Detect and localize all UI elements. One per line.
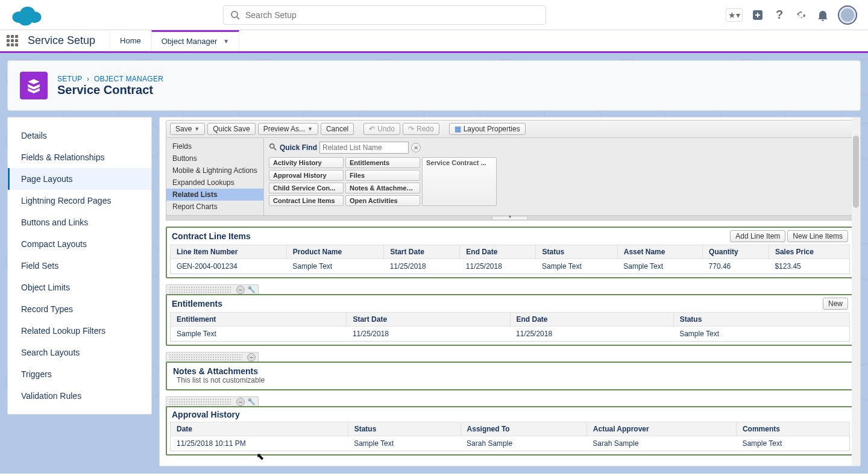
breadcrumb-setup[interactable]: SETUP	[57, 75, 82, 83]
rl-ent-table: Entitlement Start Date End Date Status S…	[170, 312, 850, 342]
rl-approval: – 🔧 Approval History Date Status Assigne…	[166, 396, 854, 456]
sidebar-item-record-types[interactable]: Record Types	[8, 298, 151, 320]
undo-icon: ↶	[369, 125, 375, 133]
chevron-down-icon: ▼	[223, 38, 229, 45]
layout-editor: Save▼ Quick Save Preview As...▼ Cancel ↶…	[159, 117, 861, 466]
rl-notes-sub: This list is not customizable	[177, 376, 847, 384]
global-header: ★▾ ?	[0, 0, 868, 30]
remove-icon[interactable]: –	[247, 353, 256, 362]
gear-icon[interactable]	[794, 8, 808, 22]
avatar[interactable]	[838, 5, 857, 25]
editor-toolbar: Save▼ Quick Save Preview As...▼ Cancel ↶…	[166, 120, 854, 138]
rl-approval-table: Date Status Assigned To Actual Approver …	[170, 422, 850, 451]
global-actions: ★▾ ?	[726, 5, 857, 25]
quickfind-input[interactable]	[319, 142, 409, 154]
bell-icon[interactable]	[816, 8, 829, 22]
quick-save-button[interactable]: Quick Save	[207, 123, 255, 135]
rl-cli-title: Contract Line Items	[172, 231, 251, 241]
tab-object-manager[interactable]: Object Manager ▼	[151, 30, 239, 51]
rl-contract-line-items: Contract Line Items Add Line Item New Li…	[166, 227, 854, 278]
sidebar-item-fieldsets[interactable]: Field Sets	[8, 255, 151, 277]
quickfind-clear-icon[interactable]: ✕	[411, 143, 421, 152]
table-row: GEN-2004-001234 Sample Text 11/25/2018 1…	[171, 259, 850, 274]
help-icon[interactable]: ?	[773, 8, 786, 22]
chip-entitlements[interactable]: Entitlements	[345, 157, 420, 168]
chip-open-activities[interactable]: Open Activities	[345, 195, 420, 206]
object-icon	[20, 72, 48, 99]
sidebar-item-details[interactable]: Details	[8, 125, 151, 146]
sidebar-item-compact[interactable]: Compact Layouts	[8, 233, 151, 255]
remove-icon[interactable]: –	[236, 286, 245, 294]
pcat-lookups[interactable]: Expanded Lookups	[166, 177, 263, 189]
rl-approval-handle[interactable]: – 🔧	[166, 396, 259, 406]
context-bar: Service Setup Home Object Manager ▼	[0, 30, 868, 53]
sidebar-item-buttons-links[interactable]: Buttons and Links	[8, 211, 151, 233]
add-icon[interactable]	[751, 8, 764, 22]
sidebar-item-page-layouts[interactable]: Page Layouts	[8, 168, 151, 190]
redo-button[interactable]: ↷Redo	[403, 123, 439, 135]
object-sidebar: Details Fields & Relationships Page Layo…	[7, 117, 152, 415]
pcat-related-lists[interactable]: Related Lists	[166, 189, 263, 201]
favorites-icon[interactable]: ★▾	[726, 8, 743, 22]
global-search	[223, 5, 546, 25]
rl-ent-title: Entitlements	[172, 299, 222, 308]
sidebar-item-search-layouts[interactable]: Search Layouts	[8, 342, 151, 363]
rl-notes: – Notes & Attachments This list is not c…	[166, 352, 854, 390]
app-launcher-icon[interactable]	[0, 35, 24, 46]
search-icon	[230, 10, 240, 22]
new-entitlement-button[interactable]: New	[823, 298, 848, 310]
pcat-buttons[interactable]: Buttons	[166, 152, 263, 164]
search-input[interactable]	[223, 5, 546, 25]
remove-icon[interactable]: –	[236, 398, 245, 406]
chip-child-svc[interactable]: Child Service Con...	[269, 183, 344, 193]
wrench-icon[interactable]: 🔧	[247, 286, 256, 294]
svg-point-4	[231, 11, 237, 17]
quickfind-label: Quick Find	[280, 143, 317, 152]
chip-notes[interactable]: Notes & Attachments	[345, 183, 420, 193]
chip-files[interactable]: Files	[345, 170, 420, 181]
rl-entitlements: – 🔧 Entitlements New Entitlement Start D…	[166, 284, 854, 346]
rl-cli-table: Line Item Number Product Name Start Date…	[170, 245, 850, 274]
chip-approval-history[interactable]: Approval History	[269, 170, 344, 181]
sidebar-item-fields[interactable]: Fields & Relationships	[8, 146, 151, 168]
svg-point-7	[270, 143, 274, 148]
quickfind-row: Quick Find ✕	[269, 142, 849, 154]
palette: Fields Buttons Mobile & Lightning Action…	[166, 138, 854, 216]
sidebar-item-lrp[interactable]: Lightning Record Pages	[8, 190, 151, 211]
rl-approval-title: Approval History	[172, 410, 240, 419]
scrollbar[interactable]	[852, 117, 860, 466]
chip-service-contract[interactable]: Service Contract ...	[422, 157, 497, 206]
redo-icon: ↷	[408, 125, 414, 133]
chip-cli[interactable]: Contract Line Items	[269, 195, 344, 206]
app-name: Service Setup	[28, 34, 95, 47]
sidebar-item-triggers[interactable]: Triggers	[8, 363, 151, 385]
salesforce-logo	[10, 3, 43, 27]
undo-button[interactable]: ↶Undo	[363, 123, 400, 135]
save-button[interactable]: Save▼	[170, 123, 205, 135]
sidebar-item-validation[interactable]: Validation Rules	[8, 385, 151, 407]
rl-notes-handle[interactable]: –	[166, 352, 259, 362]
page-title: Service Contract	[57, 83, 163, 97]
svg-line-5	[237, 17, 239, 19]
sidebar-item-limits[interactable]: Object Limits	[8, 277, 151, 298]
preview-as-button[interactable]: Preview As...▼	[258, 123, 318, 135]
page-header: SETUP › OBJECT MANAGER Service Contract	[7, 60, 861, 111]
new-line-items-button[interactable]: New Line Items	[787, 230, 848, 242]
properties-icon: ▦	[454, 125, 461, 133]
add-line-item-button[interactable]: Add Line Item	[730, 230, 785, 242]
rl-ent-handle[interactable]: – 🔧	[166, 284, 259, 294]
tab-home[interactable]: Home	[110, 30, 151, 51]
layout-properties-button[interactable]: ▦Layout Properties	[449, 123, 526, 135]
pcat-report-charts[interactable]: Report Charts	[166, 201, 263, 213]
magnifier-icon	[269, 143, 277, 153]
sidebar-item-lookup-filters[interactable]: Related Lookup Filters	[8, 320, 151, 342]
svg-line-8	[274, 147, 276, 149]
palette-collapse-handle[interactable]	[166, 216, 854, 221]
cancel-button[interactable]: Cancel	[321, 123, 354, 135]
pcat-fields[interactable]: Fields	[166, 140, 263, 152]
pcat-mobile[interactable]: Mobile & Lightning Actions	[166, 164, 263, 177]
chip-activity-history[interactable]: Activity History	[269, 157, 344, 168]
wrench-icon[interactable]: 🔧	[247, 398, 256, 406]
rl-notes-title: Notes & Attachments	[173, 366, 847, 376]
breadcrumb-object-manager[interactable]: OBJECT MANAGER	[94, 75, 163, 83]
